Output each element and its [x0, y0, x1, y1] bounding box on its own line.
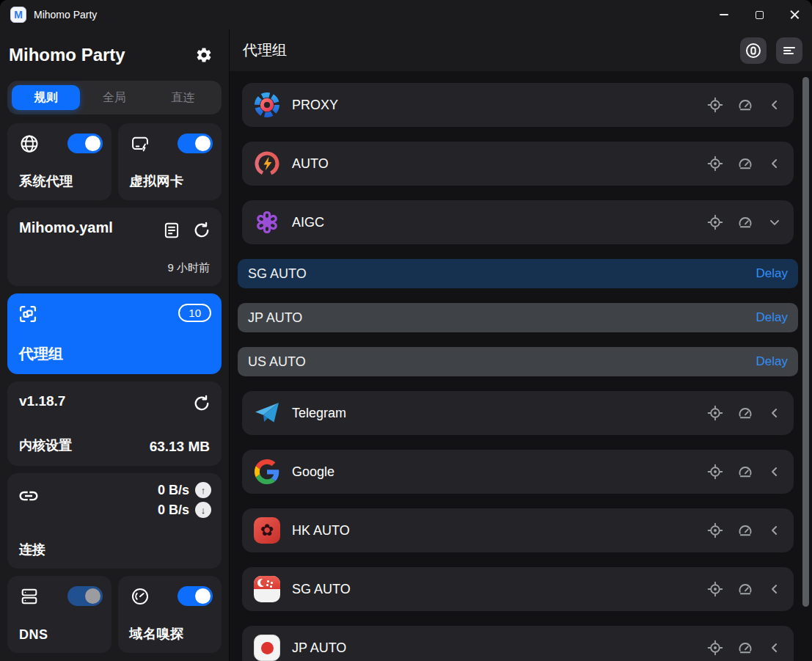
- proxy-group-row[interactable]: AUTO: [242, 142, 794, 186]
- sidebar: Mihomo Party 规则 全局 直连 系统代理: [0, 29, 230, 661]
- update-profile-button[interactable]: [191, 220, 211, 240]
- proxy-group-row[interactable]: PROXY: [242, 83, 794, 127]
- proxy-group-row[interactable]: JP AUTO: [242, 626, 794, 661]
- dns-label: DNS: [19, 627, 48, 643]
- locate-icon[interactable]: [707, 522, 723, 538]
- app-logo-icon: M: [10, 7, 26, 23]
- delay-button[interactable]: Delay: [756, 266, 788, 281]
- maximize-icon: [756, 11, 764, 19]
- delay-button[interactable]: Delay: [756, 310, 788, 325]
- proxy-node-name: JP AUTO: [248, 310, 302, 326]
- tab-direct[interactable]: 直连: [149, 85, 217, 110]
- sniff-icon: [130, 586, 150, 610]
- locate-icon[interactable]: [707, 405, 723, 421]
- locate-icon[interactable]: [707, 464, 723, 480]
- dns-toggle[interactable]: [67, 586, 103, 606]
- proxy-group-row[interactable]: AIGC: [242, 200, 794, 244]
- system-proxy-toggle[interactable]: [67, 134, 103, 153]
- sniff-toggle[interactable]: [178, 586, 213, 606]
- profile-card[interactable]: Mihomo.yaml 9 小时前: [7, 208, 222, 286]
- titlebar-title: Mihomo Party: [34, 9, 97, 21]
- sort-button[interactable]: [776, 37, 802, 64]
- core-card[interactable]: v1.18.7 内核设置 63.13 MB: [7, 381, 222, 466]
- edit-profile-button[interactable]: [161, 220, 181, 240]
- proxy-group-name: Google: [292, 464, 334, 480]
- dns-icon: [19, 586, 40, 610]
- proxy-group-row[interactable]: Google: [242, 450, 794, 494]
- core-version: v1.18.7: [19, 393, 210, 409]
- profile-updated-time: 9 小时前: [167, 261, 210, 275]
- tab-global[interactable]: 全局: [80, 85, 148, 110]
- proxy-node-name: SG AUTO: [248, 266, 307, 282]
- proxy-groups-card[interactable]: 10 代理组: [7, 293, 222, 374]
- locate-icon[interactable]: [707, 97, 723, 113]
- close-button[interactable]: [777, 0, 812, 29]
- proxy-group-row[interactable]: ✿HK AUTO: [242, 508, 794, 552]
- proxy-node-name: US AUTO: [248, 354, 306, 370]
- proxy-group-row[interactable]: Telegram: [242, 391, 794, 435]
- tun-toggle[interactable]: [178, 134, 213, 153]
- flag-sg-icon: [254, 576, 280, 602]
- delay-test-icon[interactable]: [737, 581, 753, 597]
- chevron-left-icon[interactable]: [767, 523, 782, 538]
- outbound-mode-tabs: 规则 全局 直连: [7, 81, 222, 114]
- link-icon: [18, 485, 40, 510]
- circled-zero-icon: [745, 42, 762, 59]
- delay-test-icon[interactable]: [737, 214, 753, 230]
- chevron-left-icon[interactable]: [767, 406, 782, 420]
- refresh-icon: [192, 394, 211, 413]
- scrollbar[interactable]: [802, 77, 809, 607]
- chevron-left-icon[interactable]: [767, 156, 782, 171]
- delay-test-all-button[interactable]: [740, 37, 767, 64]
- proxy-group-name: PROXY: [292, 98, 338, 113]
- openai-icon: [254, 209, 280, 235]
- settings-button[interactable]: [192, 43, 216, 67]
- tab-rule[interactable]: 规则: [12, 85, 80, 110]
- titlebar: M Mihomo Party: [0, 0, 812, 29]
- dns-card[interactable]: DNS: [7, 576, 111, 653]
- delay-test-icon[interactable]: [737, 156, 753, 172]
- download-arrow-icon: ↓: [195, 502, 211, 518]
- proxy-group-name: JP AUTO: [292, 640, 346, 656]
- chevron-left-icon[interactable]: [767, 98, 782, 112]
- locate-icon[interactable]: [707, 581, 723, 597]
- chevron-down-icon[interactable]: [767, 215, 782, 230]
- locate-icon[interactable]: [707, 156, 723, 172]
- delay-test-icon[interactable]: [737, 405, 753, 421]
- delay-test-icon[interactable]: [737, 97, 753, 113]
- virtual-nic-icon: [130, 134, 150, 157]
- document-icon: [162, 221, 181, 240]
- refresh-icon: [192, 221, 211, 240]
- chevron-left-icon[interactable]: [767, 640, 782, 655]
- minimize-button[interactable]: [706, 0, 742, 29]
- delay-test-icon[interactable]: [737, 640, 753, 656]
- locate-icon[interactable]: [707, 214, 723, 230]
- app-window: M Mihomo Party Mihomo Party 规则 全局 直连: [0, 0, 812, 661]
- delay-test-icon[interactable]: [737, 464, 753, 480]
- auto-icon: [254, 150, 280, 177]
- main-header: 代理组: [230, 29, 812, 71]
- delay-test-icon[interactable]: [737, 522, 753, 538]
- proxy-node-row[interactable]: US AUTODelay: [238, 347, 798, 376]
- locate-icon[interactable]: [707, 640, 723, 656]
- proxy-node-row[interactable]: JP AUTODelay: [238, 303, 798, 332]
- sidebar-title: Mihomo Party: [9, 45, 125, 65]
- chevron-left-icon[interactable]: [767, 582, 782, 596]
- proxy-group-row[interactable]: SG AUTO: [242, 567, 794, 611]
- proxy-groups-icon: [18, 304, 38, 327]
- proxy-node-row[interactable]: SG AUTODelay: [238, 259, 798, 288]
- chevron-left-icon[interactable]: [767, 464, 782, 479]
- system-proxy-card[interactable]: 系统代理: [7, 123, 111, 200]
- delay-button[interactable]: Delay: [756, 354, 788, 369]
- upload-speed: 0 B/s: [158, 483, 189, 498]
- maximize-button[interactable]: [742, 0, 777, 29]
- window-controls: [706, 0, 812, 29]
- restart-core-button[interactable]: [191, 393, 211, 413]
- tun-card[interactable]: 虚拟网卡: [118, 123, 222, 200]
- sniff-card[interactable]: 域名嗅探: [118, 576, 222, 653]
- main-panel: 代理组 PROXYAUTOAIGCSG AUTODelayJP AUTODela…: [230, 29, 812, 661]
- flag-jp-icon: [254, 635, 280, 661]
- proxy-group-name: AUTO: [292, 156, 329, 172]
- connections-card[interactable]: 0 B/s ↑ 0 B/s ↓ 连接: [7, 473, 222, 569]
- google-icon: [254, 459, 280, 485]
